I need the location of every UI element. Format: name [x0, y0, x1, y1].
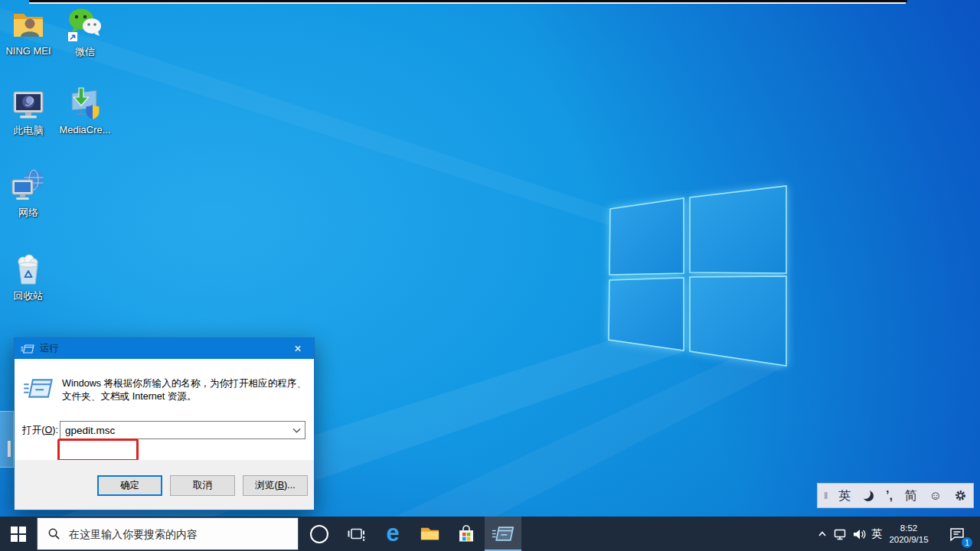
edge-icon: e — [386, 521, 399, 545]
run-dialog-title: 运行 — [40, 342, 59, 355]
microsoft-store-button[interactable] — [448, 517, 485, 551]
run-dialog-titlebar[interactable]: 运行 × — [15, 338, 314, 359]
open-combobox[interactable] — [60, 421, 305, 439]
microsoft-store-icon — [456, 523, 477, 545]
cortana-icon — [310, 525, 328, 543]
hidden-window-top-strip-line — [29, 2, 906, 4]
ok-button[interactable]: 确定 — [97, 475, 162, 496]
desktop-icon-label: NING MEI — [5, 45, 51, 57]
search-input[interactable] — [67, 527, 277, 541]
search-icon — [47, 527, 60, 540]
ime-toolbar[interactable]: ‖ 英 ’, 简 ☺ — [817, 483, 974, 508]
media-creation-tool-icon — [67, 85, 103, 122]
start-button[interactable] — [0, 517, 37, 551]
ime-drag-handle[interactable]: ‖ — [824, 491, 826, 500]
run-dialog-description: Windows 将根据你所输入的名称，为你打开相应的程序、 文件夹、文档或 In… — [62, 377, 309, 403]
run-dialog-body: Windows 将根据你所输入的名称，为你打开相应的程序、 文件夹、文档或 In… — [15, 359, 314, 460]
desktop-icon-label: 此电脑 — [14, 124, 44, 138]
this-pc-icon — [10, 85, 47, 122]
cancel-button[interactable]: 取消 — [170, 475, 235, 496]
file-explorer-icon — [419, 523, 441, 545]
clock-time: 8:52 — [900, 523, 917, 534]
desktop-icon-network[interactable]: 网络 — [0, 167, 57, 220]
taskbar-clock[interactable]: 8:52 2020/9/15 — [884, 517, 934, 551]
close-button[interactable]: × — [282, 338, 314, 359]
combobox-dropdown-button[interactable] — [289, 423, 303, 437]
recycle-bin-icon — [10, 250, 47, 287]
open-input[interactable] — [61, 422, 287, 438]
ime-punctuation-mode[interactable]: ’, — [886, 490, 893, 502]
run-dialog-icon — [21, 344, 34, 354]
clock-date: 2020/9/15 — [889, 534, 928, 546]
volume-tray-button[interactable] — [850, 517, 868, 551]
ime-language-tray-button[interactable]: 英 — [868, 517, 885, 551]
open-label: 打开(O): — [22, 424, 58, 437]
notification-badge: 1 — [962, 537, 972, 548]
chevron-up-icon — [817, 529, 828, 540]
browse-button[interactable]: 浏览(B)... — [243, 475, 308, 496]
run-dialog: 运行 × Windows 将根据你所输入的名称，为你打开相应的程序、 文件夹、文… — [14, 337, 315, 510]
user-folder-icon — [10, 6, 47, 43]
ethernet-network-icon — [833, 527, 848, 542]
windows-start-icon — [11, 527, 26, 542]
tray-overflow-button[interactable] — [813, 517, 831, 551]
desktop: NING MEI 微信 此电脑 — [0, 0, 980, 551]
run-app-icon — [492, 525, 514, 543]
task-view-icon — [346, 524, 366, 544]
ime-settings-gear-icon[interactable] — [954, 489, 967, 502]
hidden-desktop-icon-sliver — [0, 411, 14, 468]
desktop-icon-ning-mei[interactable]: NING MEI — [0, 6, 57, 57]
desktop-icon-recycle-bin[interactable]: 回收站 — [0, 250, 57, 303]
desktop-icon-label: MediaCre... — [59, 124, 110, 135]
ime-language-indicator: 英 — [871, 527, 882, 541]
red-annotation-box — [57, 439, 139, 461]
wechat-icon — [67, 6, 103, 43]
desktop-icon-mediacreationtool[interactable]: MediaCre... — [57, 85, 113, 135]
ime-fullwidth-moon-icon[interactable] — [863, 491, 874, 501]
run-glyph-icon — [23, 377, 54, 400]
network-icon — [10, 167, 47, 204]
ime-simplified-mode[interactable]: 简 — [905, 490, 917, 502]
cortana-button[interactable] — [301, 517, 338, 551]
desktop-icon-wechat[interactable]: 微信 — [57, 6, 113, 59]
chevron-down-icon — [292, 428, 301, 433]
file-explorer-button[interactable] — [411, 517, 448, 551]
taskbar-search-box[interactable] — [37, 517, 299, 550]
desktop-icon-label: 微信 — [75, 45, 95, 59]
close-icon: × — [294, 343, 301, 355]
taskbar: e — [0, 517, 980, 551]
desktop-icon-label: 网络 — [18, 206, 38, 220]
network-tray-button[interactable] — [831, 517, 850, 551]
desktop-icon-this-pc[interactable]: 此电脑 — [0, 85, 57, 138]
edge-button[interactable]: e — [374, 517, 411, 551]
ime-english-mode[interactable]: 英 — [838, 490, 851, 502]
run-app-taskbar-button[interactable] — [485, 517, 521, 551]
desktop-icon-label: 回收站 — [14, 289, 44, 303]
action-center-button[interactable]: 1 — [940, 517, 974, 551]
task-view-button[interactable] — [338, 517, 374, 551]
speaker-icon — [851, 527, 867, 542]
ime-emoji-icon[interactable]: ☺ — [929, 490, 942, 502]
